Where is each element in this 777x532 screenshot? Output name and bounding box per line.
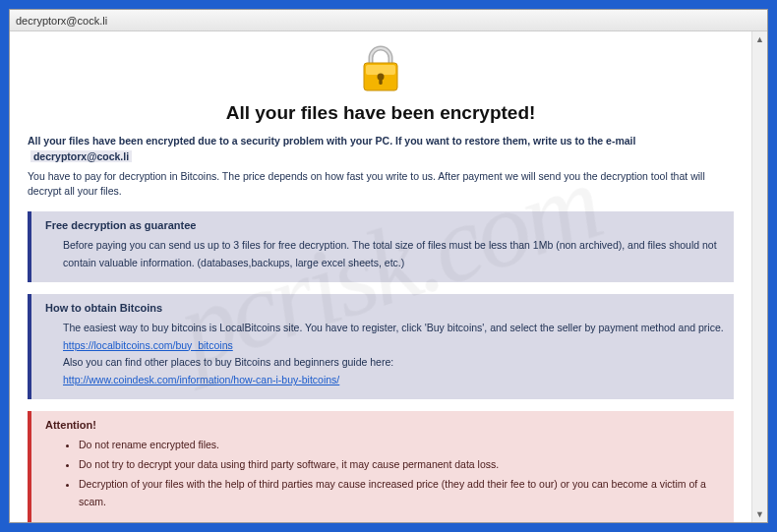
panel-title: Attention! bbox=[45, 419, 724, 431]
panel-body: Do not rename encrypted files. Do not tr… bbox=[45, 437, 724, 510]
panel-title: How to obtain Bitcoins bbox=[45, 302, 724, 314]
window-title: decryptorx@cock.li bbox=[16, 15, 107, 27]
list-item: Do not try to decrypt your data using th… bbox=[79, 456, 724, 474]
page-title: All your files have been encrypted! bbox=[28, 102, 734, 124]
panel-body: Before paying you can send us up to 3 fi… bbox=[45, 237, 724, 272]
link-coindesk[interactable]: http://www.coindesk.com/information/how-… bbox=[63, 374, 339, 385]
hero: All your files have been encrypted! bbox=[28, 45, 734, 124]
list-item: Decryption of your files with the help o… bbox=[79, 476, 724, 511]
link-localbitcoins[interactable]: https://localbitcoins.com/buy_bitcoins bbox=[63, 339, 233, 351]
panel-body: The easiest way to buy bitcoins is Local… bbox=[45, 320, 724, 389]
app-window: decryptorx@cock.li All your files have b… bbox=[9, 9, 768, 523]
panel-attention: Attention! Do not rename encrypted files… bbox=[28, 411, 734, 522]
lock-icon bbox=[359, 45, 402, 92]
document-body: All your files have been encrypted! All … bbox=[10, 31, 751, 522]
attention-list: Do not rename encrypted files. Do not tr… bbox=[63, 437, 724, 510]
scroll-down-icon[interactable]: ▼ bbox=[752, 506, 767, 522]
panel-obtain-bitcoins: How to obtain Bitcoins The easiest way t… bbox=[28, 294, 734, 399]
titlebar: decryptorx@cock.li bbox=[10, 10, 767, 31]
svg-rect-3 bbox=[379, 77, 382, 85]
intro-bold-text: All your files have been encrypted due t… bbox=[28, 135, 635, 147]
panel-free-decryption: Free decryption as guarantee Before payi… bbox=[28, 211, 734, 282]
intro-paragraph-1: All your files have been encrypted due t… bbox=[28, 134, 734, 165]
btc-line-1: The easiest way to buy bitcoins is Local… bbox=[63, 320, 724, 337]
scroll-up-icon[interactable]: ▲ bbox=[752, 31, 767, 47]
contact-email: decryptorx@cock.li bbox=[30, 150, 132, 162]
content-wrapper: All your files have been encrypted! All … bbox=[10, 31, 767, 522]
panel-title: Free decryption as guarantee bbox=[45, 219, 724, 231]
intro-paragraph-2: You have to pay for decryption in Bitcoi… bbox=[28, 169, 734, 201]
btc-line-2: Also you can find other places to buy Bi… bbox=[63, 354, 724, 372]
list-item: Do not rename encrypted files. bbox=[79, 437, 724, 454]
vertical-scrollbar[interactable]: ▲ ▼ bbox=[751, 31, 767, 522]
